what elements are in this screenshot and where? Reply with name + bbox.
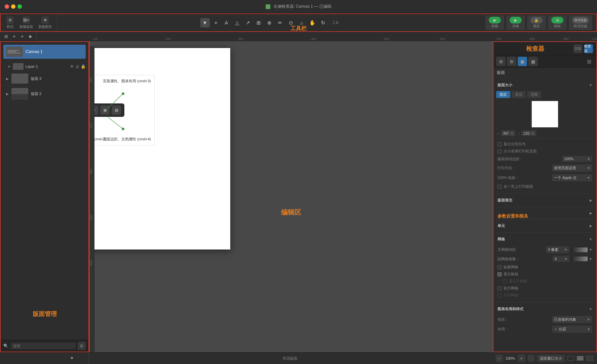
unit-header[interactable]: 单元 ▶ xyxy=(496,221,594,230)
print-grid-checkbox[interactable] xyxy=(497,293,502,298)
new-canvas-button[interactable]: ⊞+ 新建版面 xyxy=(17,15,36,31)
params-header[interactable]: 参数设置和模具 ▶ xyxy=(496,209,594,217)
inspector-page-icon[interactable]: ▣ xyxy=(518,57,527,66)
lock-button[interactable]: 🔒 锁定 xyxy=(527,15,546,30)
page-size-title: 版面大小 xyxy=(497,83,512,88)
type-version-icon[interactable]: 型版 xyxy=(573,44,582,53)
zoom-out-button[interactable]: − xyxy=(495,355,503,362)
scroll-edge-select[interactable]: 100% ▼ xyxy=(562,156,592,162)
circle-tool[interactable]: ⊙ xyxy=(286,18,296,28)
canvas-1-item[interactable]: Canvas 1 xyxy=(3,45,86,59)
fit-window-button[interactable]: 适应窗口大小 xyxy=(537,355,565,362)
svg-point-7 xyxy=(122,128,124,130)
board-3-item[interactable]: ▶ 版面 3 xyxy=(1,72,88,86)
connect-tool[interactable]: ↗ xyxy=(243,18,253,28)
front-grid-checkbox[interactable] xyxy=(497,286,502,290)
show-page-divider-checkbox[interactable] xyxy=(497,142,502,146)
search-input[interactable] xyxy=(10,343,76,349)
page-label: 所选版面 xyxy=(283,356,297,361)
fullscreen-button[interactable] xyxy=(17,4,22,9)
back-button[interactable]: ▶ 后移 xyxy=(506,15,525,30)
board-2-thumb xyxy=(11,88,28,100)
board-2-item[interactable]: ▶ 版面 2 xyxy=(1,86,88,102)
unit-section: 单元 ▶ xyxy=(496,221,594,230)
print-icon[interactable]: 🖨 xyxy=(75,64,79,69)
rotate-tool[interactable]: ↻ xyxy=(319,18,328,28)
width-input[interactable]: 397 点 xyxy=(501,130,516,136)
panel-annotation: 版面管理 xyxy=(33,310,57,318)
chart-layout-arrow-icon: ▼ xyxy=(589,307,592,311)
layer-thumb xyxy=(13,63,24,70)
new-canvas-icon: ⊞+ xyxy=(23,16,30,24)
main-grid-color[interactable] xyxy=(571,247,588,252)
print-direction-select[interactable]: 使用页面设置 ▼ xyxy=(552,165,592,172)
minimize-button[interactable] xyxy=(11,4,15,9)
list-icon[interactable]: ≡ xyxy=(11,33,17,40)
grid-header[interactable]: 网格 ▼ xyxy=(496,235,594,244)
color-btn-dashed[interactable] xyxy=(586,356,593,361)
chart-layout-header[interactable]: 图表布局和样式 ▼ xyxy=(496,305,594,314)
layout-select[interactable]: ↔ 分层 ▼ xyxy=(552,326,592,333)
gear-button[interactable]: ⚙ xyxy=(78,342,86,350)
show-sub-grid-row: 显示子网格 xyxy=(496,278,594,285)
zoom-tool[interactable]: ⌕ xyxy=(297,18,307,28)
group-button[interactable]: ⊞ 群组 xyxy=(548,15,567,30)
show-grid-checkbox[interactable] xyxy=(497,272,502,276)
pen-tool[interactable]: ✏ xyxy=(276,18,285,28)
show-sub-grid-checkbox[interactable] xyxy=(503,279,507,283)
style-mode-button[interactable]: ⊞ 样式 xyxy=(3,15,17,31)
window-title: 右侧检查器: Canvas 1 — 已编辑 xyxy=(266,4,331,9)
hand-tool[interactable]: ✋ xyxy=(308,18,317,28)
print-on-one-page-checkbox[interactable] xyxy=(497,185,502,189)
page-preview xyxy=(531,101,558,128)
inspector-doc-icon[interactable]: ▦ xyxy=(528,57,538,66)
flexible-size-button[interactable]: 灵活 xyxy=(512,91,526,98)
forward-button[interactable]: ▶ 前移 xyxy=(485,15,504,30)
eye-icon[interactable]: 👁 xyxy=(70,64,74,69)
grid-view-button[interactable]: ⊞ xyxy=(584,57,594,66)
snap-grid-checkbox[interactable] xyxy=(497,265,502,269)
panel-search: 🔍 ⚙ xyxy=(1,340,88,352)
plus-tool[interactable]: ⊕ xyxy=(265,18,274,28)
shape-tool[interactable]: △ xyxy=(233,18,242,28)
tools-label: 工具 xyxy=(332,20,339,25)
page-size-header[interactable]: 版面大小 ▼ xyxy=(496,81,594,90)
layer-arrow-icon: ▼ xyxy=(7,65,11,69)
page-fill-header[interactable]: 版面填充 ▶ xyxy=(496,196,594,205)
include-select[interactable]: 已连接的对象 ▼ xyxy=(552,316,592,323)
svg-line-6 xyxy=(108,117,123,129)
fixed-size-button[interactable]: 固定 xyxy=(496,91,510,98)
layer-1-item[interactable]: ▼ Layer 1 👁 🖨 🔒 xyxy=(1,61,88,72)
color-btn-medium[interactable] xyxy=(577,356,584,361)
inspector-settings-icon[interactable]: ⚙ xyxy=(507,57,516,66)
unit-arrow-icon: ▶ xyxy=(590,224,592,228)
unlimited-size-button[interactable]: 无限 xyxy=(527,91,541,98)
scale-select[interactable]: 一个 Apple 点 ▼ xyxy=(552,174,592,181)
pointer-tool[interactable]: ⌖ xyxy=(211,18,221,28)
style-tray-button[interactable]: 样式托盘 样式托盘 xyxy=(569,15,592,30)
canvas-area[interactable]: 对象的外观、对齐 (cmd+1) 页面属性、图表布局 (cmd+3) 链接磁化、… xyxy=(89,41,493,352)
main-grid-value-select[interactable]: 4 像素 ▼ xyxy=(546,246,569,253)
inspector-panel-icon[interactable]: ⊞ xyxy=(496,57,506,66)
lock-icon[interactable]: 🔒 xyxy=(81,64,86,69)
select-tool[interactable]: ▼ xyxy=(200,18,210,28)
close-button[interactable] xyxy=(5,4,9,9)
main-grid-dropdown-icon: ▼ xyxy=(589,248,592,252)
canvas-icon[interactable]: ■ xyxy=(27,33,34,40)
outline-icon[interactable]: ≡ xyxy=(19,33,26,40)
new-layer-button[interactable]: ⊕ 新建图层 xyxy=(36,15,54,31)
color-btn-dark[interactable] xyxy=(567,356,574,361)
layers-icon[interactable]: ⊞ xyxy=(3,33,9,40)
table-tool[interactable]: ⊞ xyxy=(254,18,264,28)
height-input[interactable]: 220 点 xyxy=(521,130,536,136)
inspector-icon[interactable]: 检查器 xyxy=(584,44,593,53)
text-tool[interactable]: A xyxy=(222,18,231,28)
sub-grid-value-select[interactable]: 4 ▼ xyxy=(553,256,569,262)
sub-grid-color[interactable] xyxy=(571,257,588,261)
params-section: 参数设置和模具 ▶ xyxy=(496,209,594,217)
fit-to-printer-checkbox[interactable] xyxy=(497,149,502,153)
zoom-toggle[interactable] xyxy=(528,355,534,362)
zoom-in-button[interactable]: + xyxy=(518,355,525,362)
sub-toolbar-icons: ⊞ ≡ ≡ ■ xyxy=(0,33,37,40)
scale-label: 100% 缩放： xyxy=(497,175,519,180)
